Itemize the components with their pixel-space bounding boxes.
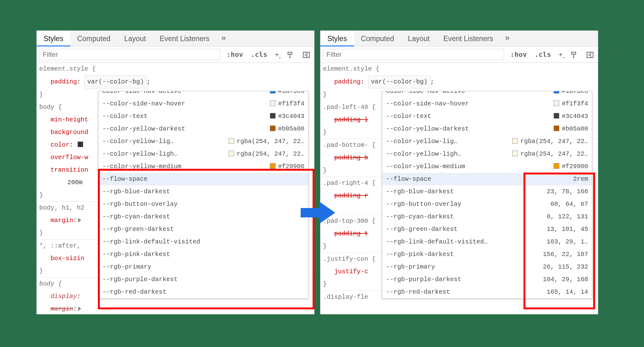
new-style-rule-button[interactable]: + (555, 46, 566, 63)
expand-icon[interactable] (78, 307, 81, 311)
css-property[interactable]: padding-l (334, 116, 368, 123)
autocomplete-item[interactable]: color-side-nav-active #1a73e8 (99, 91, 308, 98)
css-value-token[interactable]: var(--color-bg) (368, 75, 430, 88)
css-property[interactable]: display (51, 293, 77, 300)
color-swatch-icon (270, 113, 276, 119)
autocomplete-item[interactable]: --color-yellow-medium #f29900 (99, 160, 308, 173)
color-swatch-icon (554, 91, 559, 93)
color-swatch-icon (512, 138, 518, 144)
tab-computed[interactable]: Computed (70, 31, 117, 46)
autocomplete-item[interactable]: --rgb-pink-darkest 156, 22, 107 (382, 248, 592, 261)
autocomplete-item[interactable]: --rgb-purple-darkest (99, 273, 308, 286)
css-property[interactable]: overflow-w (51, 154, 88, 161)
css-var-autocomplete-dropdown[interactable]: color-side-nav-active #1a73e8 --color-si… (98, 91, 309, 299)
css-property[interactable]: padding (334, 78, 361, 85)
autocomplete-item[interactable]: --rgb-blue-darkest (99, 185, 308, 198)
autocomplete-item[interactable]: --color-yellow-ligh… rgba(254, 247, 22… (382, 148, 592, 160)
tab-event-listeners[interactable]: Event Listeners (153, 31, 217, 46)
new-style-rule-button[interactable]: + (271, 46, 283, 63)
brace-close: } (39, 91, 43, 98)
hov-toggle[interactable]: :hov (223, 46, 247, 63)
color-swatch-icon (270, 100, 276, 106)
cls-toggle[interactable]: .cls (247, 46, 271, 63)
hov-toggle[interactable]: :hov (507, 46, 531, 63)
css-property[interactable]: box-sizin (51, 255, 84, 262)
css-property[interactable]: padding-t (334, 230, 368, 237)
css-property[interactable]: padding-b (334, 154, 368, 161)
tab-event-listeners[interactable]: Event Listeners (437, 31, 500, 46)
autocomplete-item[interactable]: --color-yellow-medium #f29900 (382, 160, 592, 173)
selector-text: body { (39, 104, 62, 111)
filter-input[interactable] (39, 49, 220, 60)
css-property[interactable]: min-height (51, 116, 88, 123)
autocomplete-item[interactable]: --rgb-primary 26, 115, 232 (382, 261, 592, 273)
autocomplete-item[interactable]: --color-yellow-lig… rgba(254, 247, 22… (382, 135, 592, 148)
autocomplete-item[interactable]: --rgb-pink-darkest (99, 248, 308, 261)
expand-icon[interactable] (78, 218, 81, 222)
selector-text: body, h1, h2 (39, 204, 84, 211)
autocomplete-item[interactable]: --rgb-purple-darkest 104, 29, 168 (382, 273, 592, 286)
autocomplete-item[interactable]: --rgb-primary (99, 261, 308, 273)
paint-icon[interactable] (283, 46, 298, 63)
css-property[interactable]: padding-r (334, 192, 368, 199)
css-property[interactable]: padding (51, 78, 77, 85)
cls-toggle[interactable]: .cls (531, 46, 555, 63)
tab-layout[interactable]: Layout (117, 31, 153, 46)
autocomplete-item[interactable]: --rgb-cyan-darkest (99, 211, 308, 223)
autocomplete-item[interactable]: --rgb-blue-darkest 23, 78, 166 (382, 185, 592, 198)
sidebar-toggle-icon[interactable] (582, 46, 598, 63)
arrow-icon (301, 200, 335, 225)
autocomplete-item[interactable]: --color-side-nav-hover #f1f3f4 (382, 98, 592, 110)
autocomplete-item[interactable]: --color-yellow-darkest #b05a00 (382, 123, 592, 135)
autocomplete-item[interactable]: --rgb-button-overlay 60, 64, 67 (382, 198, 592, 211)
autocomplete-item[interactable]: --rgb-link-default-visited… 103, 29, 1… (382, 236, 592, 248)
css-property[interactable]: background (51, 129, 88, 136)
color-swatch-icon (554, 113, 559, 119)
autocomplete-item[interactable]: --color-yellow-darkest #b05a00 (99, 123, 308, 135)
brace-close: } (39, 267, 43, 275)
tab-more-icon[interactable]: » (216, 31, 231, 46)
tab-computed[interactable]: Computed (354, 31, 401, 46)
css-var-autocomplete-dropdown[interactable]: color-side-nav-active #1a73e8 --color-si… (382, 91, 592, 299)
autocomplete-item[interactable]: --rgb-cyan-darkest 0, 122, 131 (382, 211, 592, 223)
autocomplete-item[interactable]: --color-yellow-lig… rgba(254, 247, 22… (99, 135, 308, 148)
filter-input[interactable] (323, 49, 504, 60)
styles-toolbar: :hov .cls + (37, 46, 314, 63)
autocomplete-item[interactable]: --color-yellow-ligh… rgba(254, 247, 22… (99, 148, 308, 160)
styles-rules-area: element.style { padding: var(--color-bg)… (320, 63, 598, 303)
svg-marker-2 (301, 202, 335, 224)
paint-icon[interactable] (566, 46, 582, 63)
panel-tabs: Styles Computed Layout Event Listeners » (37, 31, 314, 46)
css-property[interactable]: justify-c (334, 268, 368, 275)
color-swatch-icon[interactable] (78, 141, 83, 147)
css-value-token[interactable]: var(--color-bg) (84, 75, 147, 88)
autocomplete-item[interactable]: --flow-space 2rem (382, 173, 592, 185)
selector-text: .pad-right-4 { (323, 179, 376, 187)
autocomplete-item[interactable]: --rgb-red-darkest (99, 286, 308, 298)
autocomplete-item[interactable]: color-side-nav-active #1a73e8 (382, 91, 592, 98)
sidebar-toggle-icon[interactable] (298, 46, 314, 63)
panel-tabs: Styles Computed Layout Event Listeners » (320, 31, 598, 46)
autocomplete-item[interactable]: --rgb-link-default-visited (99, 236, 308, 248)
autocomplete-item[interactable]: --rgb-red-darkest 165, 14, 14 (382, 286, 592, 298)
autocomplete-item[interactable]: --color-text #3c4043 (382, 110, 592, 123)
tab-more-icon[interactable]: » (500, 31, 514, 46)
color-swatch-icon (554, 163, 559, 169)
color-swatch-icon (554, 100, 559, 106)
css-property[interactable]: margin (51, 217, 73, 224)
autocomplete-item[interactable]: --color-side-nav-hover #f1f3f4 (99, 98, 308, 110)
css-property[interactable]: transition (51, 166, 88, 174)
autocomplete-item[interactable]: --rgb-button-overlay (99, 198, 308, 211)
autocomplete-item[interactable]: --rgb-green-darkest (99, 223, 308, 236)
tab-styles[interactable]: Styles (37, 31, 70, 46)
color-swatch-icon (270, 163, 276, 169)
selector-text: element.style { (323, 65, 379, 72)
autocomplete-item[interactable]: --flow-space (99, 173, 308, 185)
css-property[interactable]: margin (51, 305, 73, 312)
css-property[interactable]: color (51, 141, 69, 148)
tab-layout[interactable]: Layout (401, 31, 437, 46)
color-swatch-icon (554, 125, 559, 131)
autocomplete-item[interactable]: --rgb-green-darkest 13, 101, 45 (382, 223, 592, 236)
tab-styles[interactable]: Styles (320, 31, 354, 46)
autocomplete-item[interactable]: --color-text #3c4043 (99, 110, 308, 123)
